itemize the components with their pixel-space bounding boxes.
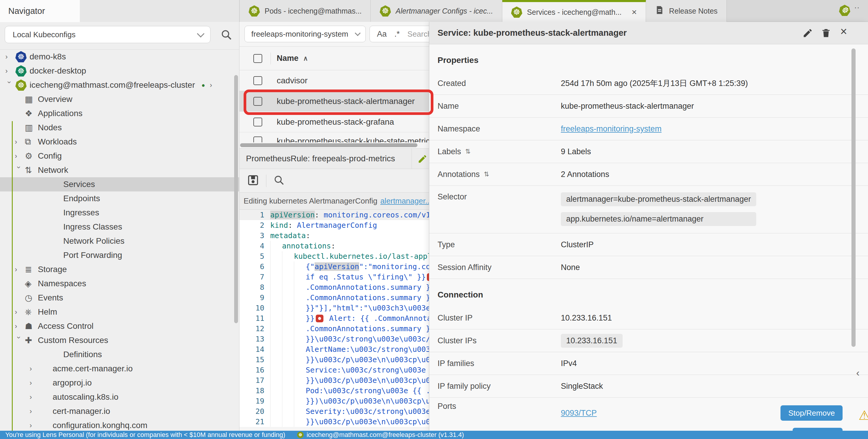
sidebar-scrollbar[interactable] bbox=[234, 75, 238, 323]
tab[interactable]: ☸ Alertmanager Configs - icec... bbox=[371, 0, 502, 22]
sidebar-item[interactable]: › ⧉ Workloads bbox=[0, 135, 239, 149]
sidebar-item[interactable]: ◷ Events bbox=[0, 291, 239, 305]
sidebar-item[interactable]: › ✚ Custom Resources bbox=[0, 333, 239, 347]
kubeconfig-select[interactable]: Local Kubeconfigs bbox=[5, 26, 211, 43]
license-text[interactable]: You're using Lens Personal (for individu… bbox=[5, 431, 285, 439]
line-number: 11 bbox=[240, 314, 270, 323]
indent-guide bbox=[270, 375, 282, 385]
edit-icon[interactable] bbox=[417, 154, 428, 165]
stop-remove-button[interactable]: Stop/Remove bbox=[780, 405, 843, 421]
sidebar-item[interactable]: › configuration.konghq.com bbox=[0, 418, 239, 431]
network-icon: ⇅ bbox=[25, 165, 38, 175]
navigator-title: Navigator bbox=[8, 6, 45, 16]
sidebar-item[interactable]: Endpoints bbox=[0, 192, 239, 206]
tab[interactable]: Release Notes bbox=[646, 0, 727, 22]
chevron-right-icon[interactable]: › bbox=[5, 67, 16, 75]
kubernetes-icon: ☸ bbox=[297, 432, 304, 438]
resource-link[interactable]: alertmanager... bbox=[380, 197, 431, 206]
sidebar-item[interactable]: Network Policies bbox=[0, 234, 239, 248]
regex-icon[interactable]: .* bbox=[394, 30, 400, 39]
sidebar-item[interactable]: › ⎈ Helm bbox=[0, 305, 239, 319]
chevron-right-icon[interactable]: › bbox=[5, 53, 16, 61]
row-checkbox[interactable] bbox=[253, 76, 262, 85]
code-token: : bbox=[331, 242, 336, 250]
sidebar-item[interactable]: › argoproj.io bbox=[0, 376, 239, 390]
detail-row-type: Type ClusterIP bbox=[429, 233, 868, 256]
chevron-right-icon[interactable]: › bbox=[30, 393, 40, 401]
sidebar-item[interactable]: › ☸ icecheng@mathmast.com@freeleaps-clus… bbox=[0, 78, 239, 92]
sidebar-item[interactable]: Ingresses bbox=[0, 206, 239, 220]
chevron-right-icon[interactable]: › bbox=[15, 152, 25, 160]
sidebar-item[interactable]: ▦ Overview bbox=[0, 92, 239, 106]
chevron-right-icon[interactable]: › bbox=[5, 81, 13, 91]
close-icon[interactable]: × bbox=[840, 25, 847, 38]
tab[interactable]: ☸ Services - icecheng@math... × bbox=[502, 0, 646, 22]
editing-text: Editing kubernetes AlertmanagerConfig bbox=[244, 197, 377, 206]
tab-bar: ☸ Pods - icecheng@mathmas... ☸ Alertmana… bbox=[240, 0, 727, 22]
edit-icon[interactable] bbox=[802, 28, 813, 40]
chevron-right-icon[interactable]: › bbox=[15, 308, 25, 316]
save-icon[interactable] bbox=[247, 174, 259, 187]
storage-icon: ≣ bbox=[25, 264, 38, 274]
chevron-right-icon[interactable]: › bbox=[15, 265, 25, 274]
select-all-checkbox[interactable] bbox=[253, 54, 262, 63]
sidebar-item[interactable]: ▥ Nodes bbox=[0, 121, 239, 135]
warning-icon[interactable]: ⚠ bbox=[859, 408, 868, 423]
sidebar-item[interactable]: Services bbox=[0, 177, 239, 192]
sidebar-item[interactable]: › ⇅ Network bbox=[0, 163, 239, 177]
sidebar-item-label: Network bbox=[38, 165, 68, 175]
indent-guide bbox=[270, 334, 282, 344]
sort-icon[interactable]: ⇅ bbox=[465, 148, 471, 156]
close-icon[interactable]: × bbox=[632, 7, 637, 17]
chevron-right-icon[interactable]: › bbox=[30, 365, 40, 373]
namespace-link[interactable]: freeleaps-monitoring-system bbox=[561, 124, 662, 134]
chevron-right-icon[interactable]: › bbox=[15, 138, 25, 146]
scrollbar-thumb[interactable] bbox=[240, 143, 417, 147]
chevron-right-icon[interactable]: › bbox=[30, 379, 40, 387]
chevron-right-icon[interactable]: › bbox=[30, 407, 40, 415]
row-checkbox[interactable] bbox=[253, 136, 262, 142]
navigator-header-spacer bbox=[80, 0, 240, 22]
sidebar-item[interactable]: Ingress Classes bbox=[0, 220, 239, 234]
column-header-name[interactable]: Name ∧ bbox=[277, 54, 308, 63]
delete-icon[interactable] bbox=[821, 28, 831, 40]
sidebar-item[interactable]: › cert-manager.io bbox=[0, 404, 239, 418]
sidebar-item[interactable]: › autoscaling.k8s.io bbox=[0, 390, 239, 404]
service-name: kube-prometheus-stack-alertmanager bbox=[277, 97, 415, 106]
row-checkbox[interactable] bbox=[253, 97, 262, 106]
tab[interactable]: ☸ Pods - icecheng@mathmas... bbox=[240, 0, 371, 22]
sidebar-item[interactable]: Port Forwarding bbox=[0, 248, 239, 262]
chevron-right-icon[interactable]: › bbox=[210, 81, 212, 89]
sidebar-item[interactable]: › ☗ Access Control bbox=[0, 319, 239, 333]
row-checkbox[interactable] bbox=[253, 117, 262, 127]
indent-guide bbox=[294, 385, 306, 396]
sidebar-item[interactable]: › ☸ docker-desktop bbox=[0, 64, 239, 78]
editor-search-icon[interactable] bbox=[274, 175, 285, 187]
chevron-right-icon[interactable]: › bbox=[15, 322, 25, 330]
sort-icon[interactable]: ⇅ bbox=[484, 170, 489, 178]
indent-guide bbox=[282, 416, 294, 427]
sidebar-item[interactable]: › ≣ Storage bbox=[0, 262, 239, 276]
panel-scrollbar[interactable] bbox=[851, 48, 856, 347]
sidebar-item-label: Custom Resources bbox=[38, 336, 108, 345]
sidebar-item[interactable]: Definitions bbox=[0, 347, 239, 362]
search-icon[interactable] bbox=[221, 29, 232, 42]
chevron-right-icon[interactable]: › bbox=[15, 166, 23, 176]
match-case-icon[interactable]: Aa bbox=[377, 30, 387, 39]
sidebar-item[interactable]: › ⚙ Config bbox=[0, 149, 239, 163]
partial-tab[interactable]: ☸ bbox=[839, 5, 850, 16]
sidebar-item[interactable]: › ☸ demo-k8s bbox=[0, 49, 239, 64]
chevron-right-icon[interactable]: › bbox=[30, 421, 40, 430]
tab-label: Services - icecheng@math... bbox=[527, 8, 622, 16]
namespace-select[interactable]: freeleaps-monitoring-system bbox=[245, 26, 366, 42]
port-link[interactable]: 9093/TCP bbox=[561, 409, 597, 418]
sidebar-item[interactable]: › acme.cert-manager.io bbox=[0, 362, 239, 376]
sidebar-item[interactable]: ❖ Applications bbox=[0, 106, 239, 121]
collapse-chevron-icon[interactable]: ‹ bbox=[856, 367, 860, 378]
line-number: 15 bbox=[240, 356, 270, 364]
chevron-right-icon[interactable]: › bbox=[15, 336, 23, 346]
sidebar-item-label: acme.cert-manager.io bbox=[53, 364, 133, 373]
indent-guide bbox=[270, 251, 282, 262]
sidebar-item[interactable]: ◈ Namespaces bbox=[0, 276, 239, 291]
line-number: 5 bbox=[240, 252, 270, 261]
